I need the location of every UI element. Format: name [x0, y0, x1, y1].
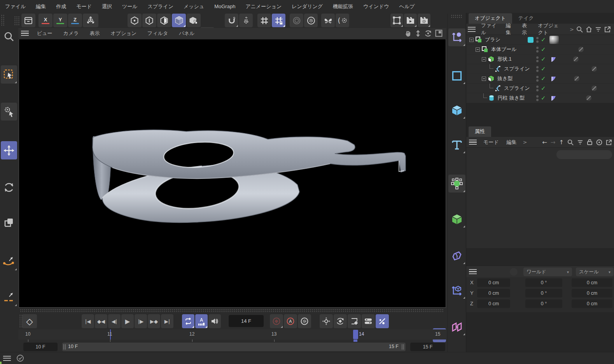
tree-row[interactable]: ブラシ ✓	[466, 35, 614, 45]
attr-menu-edit[interactable]: 編集	[503, 139, 521, 146]
tree-row[interactable]: スプライン ✓	[466, 84, 614, 93]
menu-mesh[interactable]: メッシュ	[178, 3, 209, 10]
scale-y-field[interactable]: 0 cm	[572, 289, 612, 298]
sound-toggle-button[interactable]	[208, 314, 221, 328]
render-settings-button[interactable]	[418, 14, 430, 27]
next-frame-button[interactable]: |▶	[135, 314, 147, 328]
text-object-button[interactable]	[448, 136, 465, 154]
loop-playback-button[interactable]	[182, 314, 194, 328]
key-pla-button[interactable]	[362, 314, 375, 328]
object-name[interactable]: スプライン	[504, 65, 530, 72]
coordinates-color-dot[interactable]	[510, 268, 518, 276]
enabled-check[interactable]: ✓	[541, 94, 546, 102]
timeline-ruler[interactable]: 10 11 12 13 14 15	[18, 329, 446, 340]
menu-animation[interactable]: アニメーション	[240, 3, 287, 10]
previous-frame-button[interactable]: ◀|	[108, 314, 121, 328]
expand-toggle[interactable]	[469, 38, 474, 42]
menu-window[interactable]: ウインドウ	[358, 3, 394, 10]
modeling-settings-button[interactable]	[304, 14, 318, 27]
menu-edit[interactable]: 編集	[31, 3, 51, 10]
play-mode-button[interactable]: A	[195, 314, 208, 328]
menu-spline[interactable]: スプライン	[142, 3, 178, 10]
expand-toggle[interactable]	[482, 57, 486, 61]
lock-icon[interactable]	[587, 139, 593, 145]
pan-hand-icon[interactable]	[404, 30, 412, 37]
expand-toggle[interactable]	[476, 47, 480, 52]
menu-help[interactable]: ヘルプ	[394, 3, 420, 10]
range-start-field[interactable]: 10 F	[23, 343, 58, 351]
viewport-menu-view[interactable]: ビュー	[31, 30, 58, 37]
menu-render[interactable]: レンダリング	[287, 3, 328, 10]
search-icon[interactable]	[567, 139, 574, 145]
play-button[interactable]: ▶	[121, 314, 134, 328]
external-link-icon[interactable]	[604, 26, 611, 33]
tab-attributes[interactable]: 属性	[469, 126, 491, 137]
subdivision-surface-button[interactable]	[448, 175, 465, 192]
status-menu-button[interactable]	[0, 353, 14, 364]
visibility-dots[interactable]	[536, 37, 539, 43]
toolbar-grip-2[interactable]	[14, 16, 19, 26]
orbit-icon[interactable]	[424, 30, 432, 37]
points-mode-button[interactable]	[128, 14, 142, 27]
history-back-icon[interactable]: ←	[542, 139, 547, 146]
layer-color-swatch[interactable]	[528, 37, 534, 43]
key-parameter-button[interactable]	[348, 314, 361, 328]
layer-none-icon[interactable]	[578, 47, 584, 52]
range-grip-left[interactable]	[63, 344, 66, 350]
external-link-icon[interactable]	[606, 139, 612, 145]
field-button[interactable]	[448, 318, 465, 336]
object-name[interactable]: 円柱 抜き型	[498, 94, 525, 102]
tree-row[interactable]: 抜き型 ✓	[466, 74, 614, 84]
layer-none-icon[interactable]	[574, 76, 579, 81]
toggle-panel-icon[interactable]	[435, 30, 443, 37]
model-mode-button[interactable]	[172, 14, 186, 27]
snap-settings-button[interactable]	[239, 14, 253, 27]
cube-primitive-button[interactable]	[448, 102, 465, 119]
menu-tools[interactable]: ツール	[117, 3, 143, 10]
phong-tag[interactable]	[550, 56, 557, 63]
phong-tag[interactable]	[550, 95, 557, 102]
visibility-dots[interactable]	[536, 66, 539, 72]
keying-settings-button[interactable]	[298, 314, 311, 328]
expand-toggle[interactable]	[482, 77, 486, 81]
visibility-dots[interactable]	[536, 76, 539, 82]
position-x-field[interactable]: 0 cm	[477, 278, 510, 287]
menu-create[interactable]: 作成	[51, 3, 71, 10]
attribute-search-field[interactable]	[556, 150, 612, 159]
tree-row[interactable]: スプライン ✓	[466, 64, 614, 74]
om-menu-overflow[interactable]: >	[567, 26, 576, 32]
om-menu-edit[interactable]: 編集	[502, 22, 518, 36]
rotation-z-field[interactable]: 0 °	[525, 299, 562, 308]
menu-extensions[interactable]: 機能拡張	[328, 3, 358, 10]
enabled-check[interactable]: ✓	[541, 65, 546, 72]
visibility-dots[interactable]	[536, 56, 539, 62]
search-tool-button[interactable]	[1, 29, 17, 45]
rotation-y-field[interactable]: 0 °	[525, 289, 562, 298]
tree-row[interactable]: 本体ブール ✓	[466, 45, 614, 54]
target-icon[interactable]	[596, 139, 602, 145]
attr-menu-overflow[interactable]: >	[521, 139, 530, 145]
menu-select[interactable]: 選択	[97, 3, 117, 10]
scale-x-field[interactable]: 0 cm	[572, 278, 612, 287]
range-grip-right[interactable]	[402, 344, 404, 350]
coordinate-tool-button[interactable]	[448, 28, 465, 46]
toolbar-grip[interactable]	[1, 14, 5, 26]
layer-none-icon[interactable]	[591, 86, 597, 91]
layer-none-icon[interactable]	[591, 66, 597, 72]
axis-lock-x-button[interactable]: X	[38, 14, 52, 27]
next-key-button[interactable]: ▶◆	[148, 314, 160, 328]
filter-icon[interactable]	[577, 139, 583, 145]
pen-line-tool-button[interactable]	[1, 289, 17, 306]
om-menu-file[interactable]: ファイル	[477, 22, 502, 36]
coordinate-space-dropdown[interactable]: ワールド ▾	[523, 268, 572, 276]
scale-tool-button[interactable]	[1, 214, 17, 231]
current-frame-field[interactable]: 14 F	[229, 315, 264, 327]
playhead[interactable]	[353, 330, 358, 339]
axis-lock-y-button[interactable]: Y	[53, 14, 67, 27]
menu-mograph[interactable]: MoGraph	[209, 4, 240, 9]
object-mode-button[interactable]	[187, 14, 201, 27]
move-tool-button[interactable]	[1, 141, 17, 159]
rotate-tool-button[interactable]	[1, 178, 17, 196]
key-rotation-button[interactable]	[334, 314, 347, 328]
array-generator-button[interactable]	[448, 211, 465, 228]
